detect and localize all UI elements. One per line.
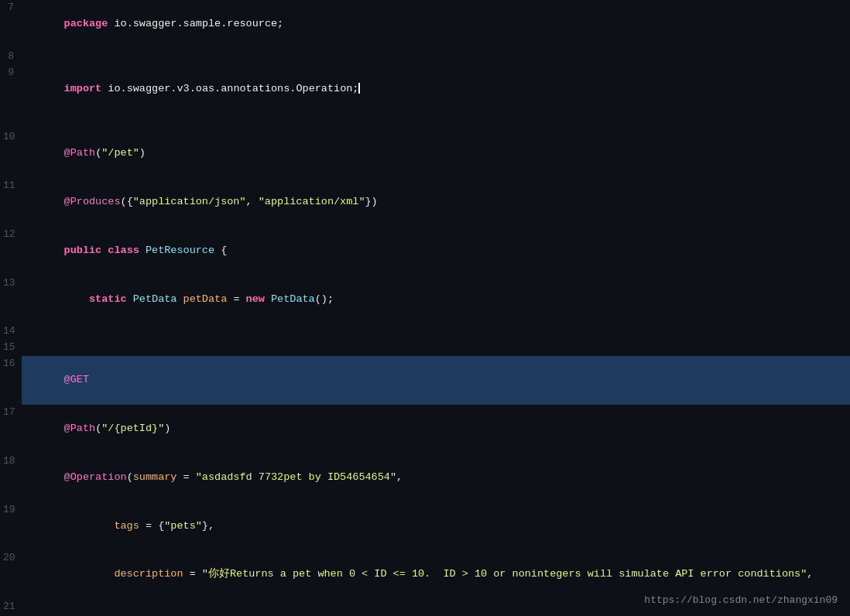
code-line-17: 17 @Path("/{petId}") [0, 405, 850, 453]
code-line-20: 20 description = "你好Returns a pet when 0… [0, 550, 850, 599]
code-line-9: 9 import io.swagger.v3.oas.annotations.O… [0, 65, 850, 114]
code-line-16: 16 @GET [0, 356, 850, 405]
code-line-12: 12 public class PetResource { [0, 227, 850, 275]
code-line-18: 18 @Operation(summary = "asdadsfd 7732pe… [0, 453, 850, 502]
code-line-10: 10 @Path("/pet") [0, 129, 850, 178]
code-line-11: 11 @Produces({"application/json", "appli… [0, 178, 850, 227]
code-editor: 7 package io.swagger.sample.resource; 8 … [0, 0, 850, 616]
code-line-blank1 [0, 113, 850, 129]
code-line-7: 7 package io.swagger.sample.resource; [0, 0, 850, 49]
code-line-15: 15 [0, 340, 850, 356]
code-line-13: 13 static PetData petData = new PetData(… [0, 275, 850, 324]
watermark-url: https://blog.csdn.net/zhangxin09 [644, 593, 838, 608]
code-line-19: 19 tags = {"pets"}, [0, 502, 850, 551]
code-line-8: 8 [0, 49, 850, 65]
code-line-14: 14 [0, 323, 850, 340]
